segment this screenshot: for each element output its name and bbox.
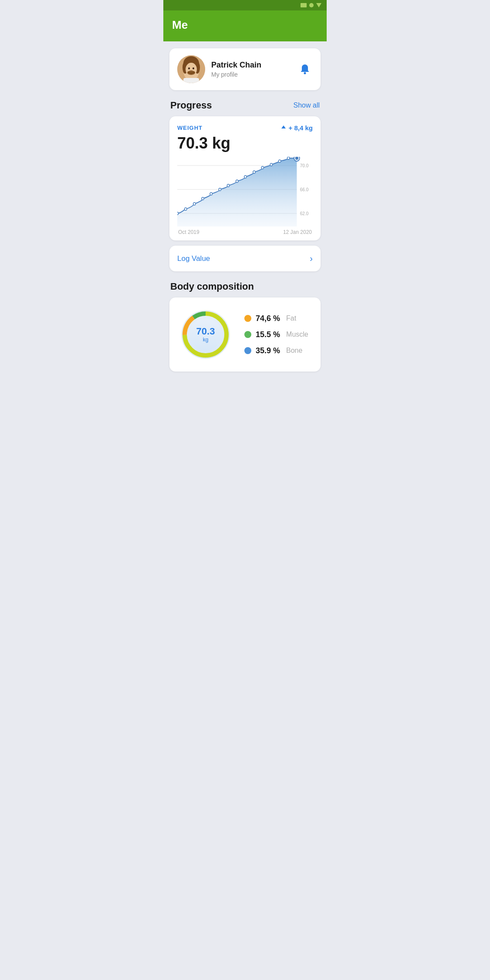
svg-point-6 — [188, 68, 190, 69]
progress-title: Progress — [170, 100, 212, 111]
svg-point-24 — [227, 184, 229, 187]
svg-text:62.0: 62.0 — [300, 211, 309, 216]
svg-text:70.0: 70.0 — [300, 163, 309, 169]
log-value-card[interactable]: Log Value › — [169, 246, 321, 271]
profile-card[interactable]: Patrick Chain My profile — [169, 48, 321, 90]
chevron-right-icon: › — [310, 253, 313, 264]
svg-point-11 — [304, 72, 306, 74]
show-all-link[interactable]: Show all — [294, 101, 320, 109]
weight-chart: 70.0 66.0 62.0 — [177, 157, 313, 226]
donut-chart: 70.3 kg — [177, 306, 234, 363]
weight-card: WEIGHT + 8,4 kg 70.3 kg — [169, 116, 321, 240]
svg-point-27 — [253, 171, 255, 173]
app-header: Me — [163, 10, 327, 41]
profile-info: Patrick Chain My profile — [211, 61, 291, 78]
arrow-up-icon — [280, 125, 287, 132]
svg-point-22 — [210, 193, 212, 195]
body-composition-card: 70.3 kg 74,6 % Fat 15.5 % Muscle 35.9 % … — [169, 297, 321, 372]
body-comp-title: Body composition — [170, 281, 254, 292]
svg-text:66.0: 66.0 — [300, 187, 309, 193]
svg-point-7 — [193, 68, 194, 69]
svg-point-26 — [244, 176, 247, 178]
progress-section-header: Progress Show all — [169, 100, 321, 111]
svg-point-20 — [193, 203, 196, 205]
comp-item-fat: 74,6 % Fat — [244, 314, 313, 323]
svg-point-25 — [236, 180, 238, 182]
notification-bell-button[interactable] — [297, 61, 313, 77]
comp-item-muscle: 15.5 % Muscle — [244, 330, 313, 339]
donut-center-value: 70.3 kg — [196, 326, 215, 343]
weight-change: + 8,4 kg — [280, 124, 313, 132]
avatar — [177, 55, 205, 83]
svg-point-30 — [278, 160, 280, 162]
svg-rect-10 — [183, 78, 199, 83]
weight-label: WEIGHT — [177, 125, 203, 131]
bone-dot — [244, 347, 251, 354]
weight-card-header: WEIGHT + 8,4 kg — [177, 124, 313, 132]
main-content: Patrick Chain My profile Progress Show a… — [163, 41, 327, 378]
muscle-dot — [244, 331, 251, 338]
status-bar — [163, 0, 327, 10]
signal-icon — [301, 3, 307, 7]
battery-icon — [316, 3, 321, 7]
fat-dot — [244, 315, 251, 322]
svg-point-28 — [261, 166, 264, 169]
svg-point-21 — [202, 197, 204, 200]
weight-value: 70.3 kg — [177, 134, 313, 152]
comp-item-bone: 35.9 % Bone — [244, 346, 313, 355]
svg-point-29 — [270, 163, 272, 166]
chart-dates: Oct 2019 12 Jan 2020 — [177, 229, 313, 235]
profile-name: Patrick Chain — [211, 61, 291, 70]
log-value-label: Log Value — [177, 254, 210, 263]
chart-date-end: 12 Jan 2020 — [283, 229, 312, 235]
svg-point-18 — [177, 212, 179, 215]
body-comp-section-header: Body composition — [169, 281, 321, 292]
composition-legend: 74,6 % Fat 15.5 % Muscle 35.9 % Bone — [244, 314, 313, 355]
profile-subtitle: My profile — [211, 71, 291, 78]
page-title: Me — [172, 18, 318, 32]
svg-point-31 — [287, 157, 289, 159]
chart-date-start: Oct 2019 — [178, 229, 199, 235]
svg-point-19 — [184, 208, 186, 210]
wifi-icon — [309, 3, 314, 7]
svg-point-23 — [219, 188, 221, 191]
